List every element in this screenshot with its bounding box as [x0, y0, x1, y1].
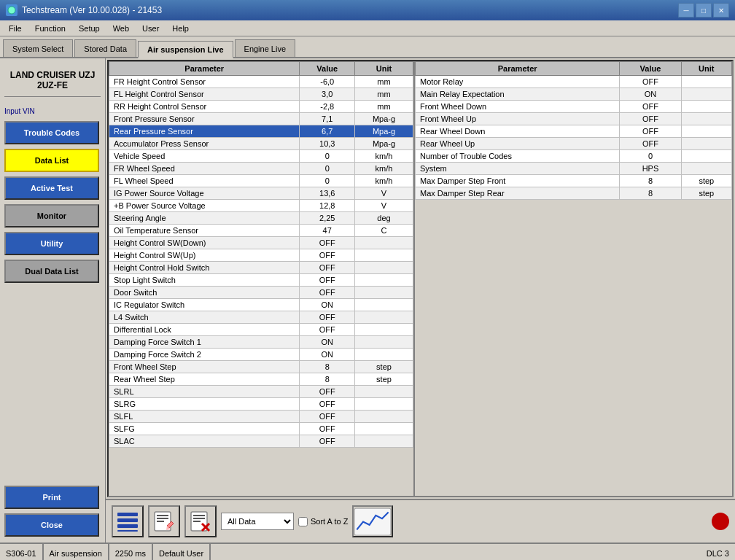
table-row[interactable]: Max Damper Step Rear 8 step: [416, 187, 732, 200]
param-cell: Front Wheel Up: [416, 113, 620, 125]
table-row[interactable]: SLAC OFF: [109, 435, 413, 448]
table-row[interactable]: Vehicle Speed 0 km/h: [109, 150, 413, 163]
table-row[interactable]: Damping Force Switch 2 ON: [109, 349, 413, 361]
param-cell: Rear Wheel Up: [416, 138, 620, 150]
minimize-button[interactable]: ─: [678, 3, 694, 18]
sort-checkbox-label[interactable]: Sort A to Z: [298, 517, 348, 526]
value-cell: 8: [300, 361, 355, 373]
table-row[interactable]: FL Wheel Speed 0 km/h: [109, 175, 413, 187]
table-row[interactable]: Max Damper Step Front 8 step: [416, 175, 732, 187]
tabbar: System Select Stored Data Air suspension…: [0, 36, 735, 58]
toolbar-btn-3[interactable]: [184, 505, 217, 537]
menu-help[interactable]: Help: [166, 21, 195, 36]
table-row[interactable]: Height Control SW(Down) OFF: [109, 237, 413, 249]
value-cell: OFF: [300, 398, 355, 411]
param-cell: IC Regulator Switch: [109, 299, 300, 311]
table-row[interactable]: System HPS: [416, 163, 732, 175]
table-row[interactable]: IG Power Source Voltage 13,6 V: [109, 187, 413, 200]
unit-cell: [355, 237, 413, 249]
print-button[interactable]: Print: [4, 486, 99, 509]
chart-button[interactable]: [352, 505, 393, 537]
table-row[interactable]: Steering Angle 2,25 deg: [109, 212, 413, 225]
menu-function[interactable]: Function: [29, 21, 71, 36]
param-cell: Damping Force Switch 2: [109, 349, 300, 361]
menu-setup[interactable]: Setup: [73, 21, 106, 36]
car-line1: LAND CRUISER UZJ: [7, 70, 98, 80]
param-cell: Height Control SW(Down): [109, 237, 300, 249]
param-cell: Motor Relay: [416, 76, 620, 88]
table-row[interactable]: Oil Temperature Sensor 47 C: [109, 225, 413, 237]
tab-engine-live[interactable]: Engine Live: [235, 39, 296, 57]
param-cell: FL Wheel Speed: [109, 175, 300, 187]
unit-cell: V: [355, 187, 413, 200]
table-row[interactable]: Front Wheel Step 8 step: [109, 361, 413, 373]
left-table-container[interactable]: Parameter Value Unit FR Height Control S…: [109, 61, 415, 496]
left-header-unit: Unit: [355, 62, 413, 76]
table-row[interactable]: FL Height Control Sensor 3,0 mm: [109, 88, 413, 101]
unit-cell: [355, 435, 413, 448]
table-row[interactable]: Front Wheel Down OFF: [416, 101, 732, 113]
menu-web[interactable]: Web: [107, 21, 135, 36]
table-row[interactable]: L4 Switch OFF: [109, 311, 413, 324]
table-row[interactable]: Main Relay Expectation ON: [416, 88, 732, 101]
value-cell: 0: [300, 175, 355, 187]
table-row[interactable]: SLFL OFF: [109, 411, 413, 423]
toolbar-btn-2[interactable]: [148, 505, 180, 537]
maximize-button[interactable]: □: [696, 3, 712, 18]
table-row[interactable]: SLRG OFF: [109, 398, 413, 411]
table-row[interactable]: Front Pressure Sensor 7,1 Mpa-g: [109, 113, 413, 125]
value-cell: ON: [300, 349, 355, 361]
table-row[interactable]: +B Power Source Voltage 12,8 V: [109, 200, 413, 212]
table-row[interactable]: Front Wheel Up OFF: [416, 113, 732, 125]
unit-cell: [681, 113, 731, 125]
right-table-container[interactable]: Parameter Value Unit Motor Relay OFF Mai…: [415, 61, 732, 496]
dual-data-list-button[interactable]: Dual Data List: [4, 260, 99, 283]
menu-file[interactable]: File: [3, 21, 28, 36]
data-filter-dropdown[interactable]: All Data Selected Data Custom: [221, 513, 294, 530]
tab-air-suspension-live[interactable]: Air suspension Live: [138, 41, 233, 58]
monitor-button[interactable]: Monitor: [4, 204, 99, 228]
table-row[interactable]: Height Control SW(Up) OFF: [109, 249, 413, 262]
main-layout: LAND CRUISER UZJ 2UZ-FE Input VIN Troubl…: [0, 58, 735, 542]
trouble-codes-button[interactable]: Trouble Codes: [4, 121, 99, 144]
table-row[interactable]: Motor Relay OFF: [416, 76, 732, 88]
table-row[interactable]: Rear Wheel Down OFF: [416, 125, 732, 138]
table-row[interactable]: Rear Pressure Sensor 6,7 Mpa-g: [109, 125, 413, 138]
table-row[interactable]: FR Height Control Sensor -6,0 mm: [109, 76, 413, 88]
unit-cell: km/h: [355, 175, 413, 187]
tab-stored-data[interactable]: Stored Data: [74, 39, 136, 57]
param-cell: FL Height Control Sensor: [109, 88, 300, 101]
table-row[interactable]: FR Wheel Speed 0 km/h: [109, 163, 413, 175]
table-row[interactable]: Damping Force Switch 1 ON: [109, 336, 413, 349]
unit-cell: [355, 411, 413, 423]
param-cell: Door Switch: [109, 287, 300, 299]
table-row[interactable]: RR Height Control Sensor -2,8 mm: [109, 101, 413, 113]
table-row[interactable]: Differential Lock OFF: [109, 324, 413, 336]
tab-system-select[interactable]: System Select: [3, 39, 73, 57]
table-row[interactable]: IC Regulator Switch ON: [109, 299, 413, 311]
unit-cell: [355, 262, 413, 274]
unit-cell: Mpa-g: [355, 138, 413, 150]
table-row[interactable]: Rear Wheel Step 8 step: [109, 373, 413, 386]
table-row[interactable]: Accumulator Press Sensor 10,3 Mpa-g: [109, 138, 413, 150]
close-button[interactable]: Close: [4, 513, 99, 537]
menu-user[interactable]: User: [136, 21, 165, 36]
svg-rect-6: [157, 515, 168, 516]
data-list-button[interactable]: Data List: [4, 149, 99, 172]
utility-button[interactable]: Utility: [4, 232, 99, 255]
table-row[interactable]: Door Switch OFF: [109, 287, 413, 299]
app-icon: [6, 4, 18, 16]
param-cell: FR Wheel Speed: [109, 163, 300, 175]
table-row[interactable]: Rear Wheel Up OFF: [416, 138, 732, 150]
unit-cell: [681, 88, 731, 101]
table-row[interactable]: Number of Trouble Codes 0: [416, 150, 732, 163]
right-header-param: Parameter: [416, 62, 620, 76]
sort-checkbox[interactable]: [298, 517, 308, 526]
table-row[interactable]: Height Control Hold Switch OFF: [109, 262, 413, 274]
table-row[interactable]: SLFG OFF: [109, 423, 413, 435]
toolbar-btn-1[interactable]: [112, 505, 144, 537]
table-row[interactable]: Stop Light Switch OFF: [109, 274, 413, 287]
active-test-button[interactable]: Active Test: [4, 176, 99, 200]
table-row[interactable]: SLRL OFF: [109, 386, 413, 398]
window-close-button[interactable]: ✕: [713, 3, 729, 18]
